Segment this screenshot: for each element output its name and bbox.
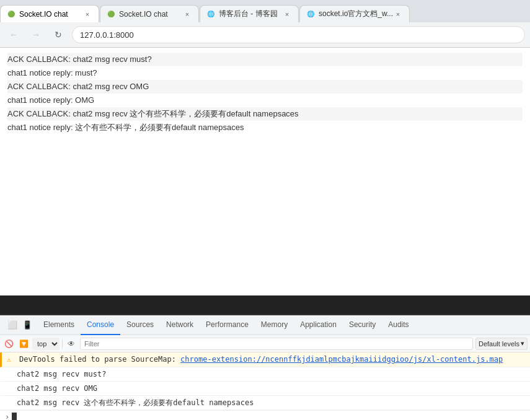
warning-icon: ⚠ (7, 354, 17, 365)
tab-2-favicon: 🟢 (107, 10, 115, 19)
tab-console[interactable]: Console (81, 315, 120, 335)
page-line: chat1 notice reply: 这个有些不科学，必须要有default … (7, 121, 523, 134)
tab-2-close[interactable]: × (182, 9, 192, 19)
filter-toggle-button[interactable]: 🔽 (17, 338, 30, 350)
tab-4-favicon: 🌐 (306, 10, 315, 19)
console-line: ⚠DevTools failed to parse SourceMap: chr… (0, 352, 530, 367)
console-prompt[interactable]: › (0, 410, 530, 420)
console-text: chat2 msg recv must? (17, 369, 107, 380)
tab-1-close[interactable]: × (82, 9, 92, 19)
log-levels-button[interactable]: Default levels ▾ (475, 338, 528, 350)
tab-3[interactable]: 🌐 博客后台 - 博客园 × (200, 5, 299, 22)
tab-bar: 🟢 Socket.IO chat × 🟢 Socket.IO chat × 🌐 … (0, 0, 530, 22)
console-line: chat2 msg recv OMG (0, 382, 530, 396)
console-output: ⚠DevTools failed to parse SourceMap: chr… (0, 352, 530, 420)
chevron-down-icon: ▾ (521, 339, 524, 348)
tab-3-favicon: 🌐 (206, 10, 215, 19)
page-line: ACK CALLBACK: chat2 msg recv must? (7, 53, 523, 66)
page-line: ACK CALLBACK: chat2 msg recv OMG (7, 80, 523, 94)
toolbar-separator (62, 339, 63, 349)
console-cursor (12, 413, 17, 421)
page-content: ACK CALLBACK: chat2 msg recv must?chat1 … (0, 48, 530, 295)
tab-4-close[interactable]: × (393, 9, 403, 19)
tab-1-favicon: 🟢 (7, 10, 15, 19)
tab-security[interactable]: Security (343, 315, 382, 335)
console-link[interactable]: chrome-extension://ncennffkjdiamlpmcbajk… (180, 355, 503, 364)
browser-chrome: 🟢 Socket.IO chat × 🟢 Socket.IO chat × 🌐 … (0, 0, 530, 48)
devtools-left-controls: ⬜ 📱 (2, 318, 37, 333)
console-line: chat2 msg recv 这个有些不科学，必须要有default namep… (0, 396, 530, 410)
tab-2[interactable]: 🟢 Socket.IO chat × (100, 5, 199, 22)
tab-network[interactable]: Network (160, 315, 200, 335)
page-line: chat1 notice reply: must? (7, 66, 523, 80)
context-select[interactable]: top (32, 338, 60, 350)
reload-button[interactable]: ↻ (50, 26, 67, 43)
back-button[interactable]: ← (5, 26, 22, 43)
tab-1-title: Socket.IO chat (19, 10, 82, 19)
console-text: DevTools failed to parse SourceMap: chro… (19, 354, 503, 365)
console-text: chat2 msg recv OMG (17, 383, 97, 394)
tab-4[interactable]: 🌐 socket.io官方文档_w... × (299, 5, 410, 22)
console-line: chat2 msg recv must? (0, 367, 530, 382)
tab-1[interactable]: 🟢 Socket.IO chat × (0, 5, 99, 22)
devtools-panel: ⬜ 📱 Elements Console Sources Network Per… (0, 314, 530, 420)
console-text: chat2 msg recv 这个有些不科学，必须要有default namep… (17, 397, 254, 408)
tab-elements[interactable]: Elements (37, 315, 81, 335)
address-bar: ← → ↻ (0, 22, 530, 47)
inspect-element-button[interactable]: ⬜ (5, 318, 20, 333)
device-toggle-button[interactable]: 📱 (20, 318, 35, 333)
eye-button[interactable]: 👁 (65, 338, 77, 350)
devtools-tab-bar: ⬜ 📱 Elements Console Sources Network Per… (0, 315, 530, 335)
tab-2-title: Socket.IO chat (119, 10, 182, 19)
tab-3-title: 博客后台 - 博客园 (219, 9, 282, 19)
page-line: ACK CALLBACK: chat2 msg recv 这个有些不科学，必须要… (7, 107, 523, 121)
tab-performance[interactable]: Performance (200, 315, 255, 335)
forward-button[interactable]: → (27, 26, 45, 43)
prompt-icon: › (5, 413, 9, 421)
tab-sources[interactable]: Sources (120, 315, 160, 335)
clear-console-button[interactable]: 🚫 (2, 338, 15, 350)
devtools-toolbar: 🚫 🔽 top 👁 Default levels ▾ (0, 335, 530, 352)
tab-3-close[interactable]: × (282, 9, 292, 19)
tab-memory[interactable]: Memory (255, 315, 294, 335)
address-input[interactable] (72, 26, 525, 43)
tab-audits[interactable]: Audits (382, 315, 415, 335)
filter-input[interactable] (80, 338, 473, 350)
tab-4-title: socket.io官方文档_w... (319, 9, 393, 19)
page-line: chat1 notice reply: OMG (7, 94, 523, 107)
chat-input-bar (0, 295, 530, 314)
tab-application[interactable]: Application (294, 315, 343, 335)
